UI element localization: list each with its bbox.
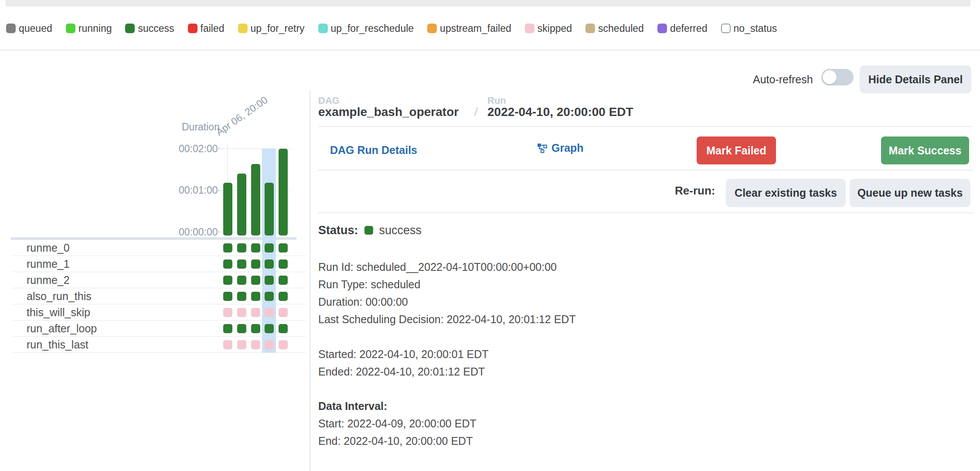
- y-tick-label: 00:00:00: [179, 226, 217, 238]
- last-scheduling-decision-field: Last Scheduling Decision: 2022-04-10, 20…: [318, 313, 576, 326]
- panel-divider: [310, 90, 310, 471]
- task-instance-success[interactable]: [237, 324, 246, 333]
- divider: [318, 212, 973, 213]
- queue-new-tasks-button[interactable]: Queue up new tasks: [850, 179, 970, 207]
- task-instance-success[interactable]: [251, 324, 260, 333]
- legend-item-label: failed: [201, 23, 225, 34]
- legend-item-label: success: [138, 23, 174, 34]
- task-instance-success[interactable]: [251, 276, 260, 285]
- legend-item-label: up_for_reschedule: [331, 23, 414, 34]
- task-instance-success[interactable]: [265, 243, 274, 253]
- task-instance-skipped[interactable]: [237, 308, 246, 317]
- legend-item-failed: failed: [188, 23, 225, 34]
- ended-field: Ended: 2022-04-10, 20:01:12 EDT: [318, 365, 485, 378]
- task-label[interactable]: this_will_skip: [27, 306, 90, 319]
- task-instance-skipped[interactable]: [223, 308, 232, 317]
- task-instance-success[interactable]: [223, 259, 232, 269]
- legend-item-up_for_reschedule: up_for_reschedule: [318, 23, 414, 34]
- task-instance-success[interactable]: [223, 324, 232, 333]
- dag-run-details-link[interactable]: DAG Run Details: [330, 144, 417, 157]
- airflow-grid-view: queuedrunningsuccessfailedup_for_retryup…: [0, 0, 980, 471]
- run-duration-bar[interactable]: [251, 164, 260, 236]
- run-duration-bar[interactable]: [265, 183, 274, 236]
- graph-link-label: Graph: [551, 142, 584, 154]
- task-instance-skipped[interactable]: [251, 308, 260, 317]
- task-instance-success[interactable]: [237, 243, 246, 253]
- graph-link[interactable]: Graph: [537, 142, 584, 154]
- interval-end-field: End: 2022-04-10, 20:00:00 EDT: [318, 435, 473, 447]
- task-instance-success[interactable]: [251, 292, 260, 301]
- task-instance-success[interactable]: [265, 259, 274, 269]
- task-instance-success[interactable]: [251, 243, 260, 253]
- task-instance-skipped[interactable]: [265, 340, 274, 349]
- breadcrumb-separator: /: [474, 105, 478, 119]
- duration-axis-title: Duration: [182, 121, 220, 133]
- task-instance-success[interactable]: [279, 292, 288, 301]
- mark-success-button[interactable]: Mark Success: [881, 137, 969, 164]
- legend-item-label: running: [78, 23, 112, 34]
- task-instance-success[interactable]: [237, 292, 246, 301]
- task-instance-skipped[interactable]: [237, 340, 246, 349]
- task-label[interactable]: run_after_loop: [27, 322, 97, 335]
- legend-item-label: no_status: [734, 23, 777, 34]
- legend-item-label: queued: [19, 23, 52, 34]
- status-label: Status:: [318, 224, 358, 237]
- run-duration-bar[interactable]: [223, 183, 232, 236]
- task-instance-skipped[interactable]: [279, 340, 288, 349]
- no_status-swatch: [721, 24, 731, 33]
- duration-field: Duration: 00:00:00: [318, 296, 408, 308]
- task-label[interactable]: also_run_this: [27, 290, 92, 303]
- run-duration-bar[interactable]: [279, 149, 288, 236]
- task-instance-success[interactable]: [237, 276, 246, 285]
- task-instance-skipped[interactable]: [279, 308, 288, 317]
- task-instance-success[interactable]: [237, 259, 246, 269]
- divider: [318, 126, 973, 127]
- legend-item-queued: queued: [6, 23, 52, 34]
- task-instance-skipped[interactable]: [251, 340, 260, 349]
- status-legend: queuedrunningsuccessfailedup_for_retryup…: [6, 22, 777, 35]
- task-instance-success[interactable]: [223, 292, 232, 301]
- up_for_retry-swatch: [238, 24, 248, 33]
- auto-refresh-toggle[interactable]: [821, 69, 854, 85]
- task-instance-success[interactable]: [223, 276, 232, 285]
- task-instance-success[interactable]: [265, 276, 274, 285]
- mark-failed-button[interactable]: Mark Failed: [697, 137, 776, 164]
- legend-item-label: skipped: [538, 23, 572, 34]
- rerun-label: Re-run:: [675, 184, 715, 198]
- task-instance-success[interactable]: [279, 259, 288, 269]
- task-label[interactable]: runme_0: [27, 242, 70, 254]
- legend-item-upstream_failed: upstream_failed: [427, 23, 511, 34]
- upstream_failed-swatch: [427, 24, 437, 33]
- y-tick-label: 00:02:00: [179, 143, 217, 155]
- hide-details-panel-button[interactable]: Hide Details Panel: [860, 65, 971, 93]
- legend-item-no_status: no_status: [721, 23, 777, 34]
- task-instance-success[interactable]: [265, 324, 274, 333]
- run-type-field: Run Type: scheduled: [318, 278, 420, 291]
- x-axis-tick-label: Apr 06, 20:00: [214, 94, 270, 138]
- interval-start-field: Start: 2022-04-09, 20:00:00 EDT: [318, 417, 476, 430]
- success-status-swatch: [364, 226, 373, 235]
- task-label[interactable]: runme_1: [27, 258, 70, 270]
- task-instance-success[interactable]: [279, 324, 288, 333]
- task-label[interactable]: runme_2: [27, 274, 70, 287]
- legend-item-skipped: skipped: [525, 23, 572, 34]
- graph-icon: [537, 143, 548, 154]
- queued-swatch: [6, 24, 16, 33]
- task-instance-success[interactable]: [265, 292, 274, 301]
- clear-existing-tasks-button[interactable]: Clear existing tasks: [726, 179, 846, 207]
- task-instance-success[interactable]: [279, 276, 288, 285]
- legend-item-label: up_for_retry: [251, 23, 305, 34]
- run-duration-bar[interactable]: [237, 174, 246, 236]
- run-id-field: Run Id: scheduled__2022-04-10T00:00:00+0…: [318, 261, 557, 273]
- axis-tick: [216, 232, 220, 232]
- task-instance-skipped[interactable]: [223, 340, 232, 349]
- task-instance-success[interactable]: [279, 243, 288, 253]
- task-instance-skipped[interactable]: [265, 308, 274, 317]
- task-label[interactable]: run_this_last: [27, 338, 88, 351]
- task-instance-success[interactable]: [251, 259, 260, 269]
- task-instance-success[interactable]: [223, 243, 232, 253]
- deferred-swatch: [657, 24, 667, 33]
- legend-item-label: scheduled: [598, 23, 644, 34]
- legend-item-label: upstream_failed: [440, 23, 511, 34]
- failed-swatch: [188, 24, 197, 33]
